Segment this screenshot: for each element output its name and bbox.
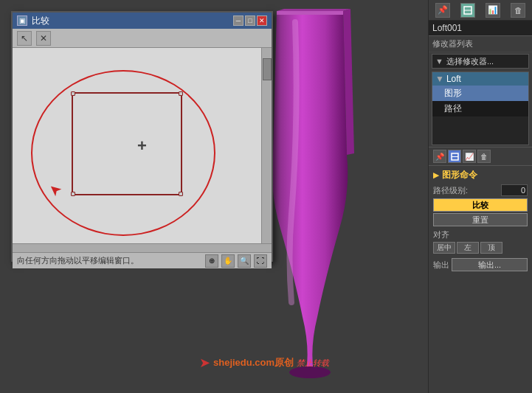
trash-icon-btn[interactable]: 🗑	[511, 3, 525, 18]
trash2-icon[interactable]: 🗑	[477, 150, 491, 163]
align-top-btn[interactable]: 顶	[480, 242, 502, 254]
corner-br	[179, 192, 183, 196]
modifier-shape-label: 图形	[444, 87, 462, 100]
canvas-scrollbar-vertical[interactable]	[261, 48, 272, 243]
align-buttons: 居中 左 顶	[433, 242, 528, 254]
pin-icon-btn[interactable]: 📌	[435, 3, 450, 18]
modifier-list-label: 修改器列表	[429, 36, 532, 52]
cursor-tool-button[interactable]: ↖	[17, 31, 32, 46]
compare-button[interactable]: 比较	[433, 198, 528, 212]
dialog-toolbar: ↖ ✕	[13, 29, 272, 48]
output-button[interactable]: 输出...	[452, 258, 528, 271]
dropdown-arrow: ▼	[435, 57, 443, 66]
align-section: 对齐 居中 左 顶	[433, 229, 528, 254]
zoom-extents-icon[interactable]: ⊕	[205, 254, 218, 268]
pan-icon[interactable]: ✋	[221, 254, 235, 268]
delete-tool-button[interactable]: ✕	[36, 31, 51, 46]
scrollbar-thumb-vertical[interactable]	[263, 58, 272, 80]
dialog-title-text: 比较	[32, 15, 49, 27]
maximize-icon[interactable]: ⛶	[254, 254, 267, 268]
watermark-arrow-icon: ➤	[199, 355, 210, 371]
modifier-tool-icons: 📌 📈 🗑	[429, 147, 532, 166]
watermark-copy: 禁止转载	[297, 358, 329, 369]
status-text: 向任何方向拖动以平移编辑窗口。	[17, 255, 199, 266]
corner-tl	[71, 91, 75, 96]
canvas-scrollbar-horizontal[interactable]	[13, 243, 272, 252]
close-button[interactable]: ✕	[257, 15, 267, 26]
dialog-statusbar: 向任何方向拖动以平移编辑窗口。 ⊕ ✋ 🔍 ⛶	[13, 252, 272, 268]
dialog-titlebar[interactable]: ▣ 比较 ─ □ ✕	[13, 13, 272, 29]
modifier-dropdown[interactable]: ▼ 选择修改器...	[432, 54, 529, 69]
dialog-title-left: ▣ 比较	[17, 15, 49, 27]
align-center-btn[interactable]: 居中	[433, 242, 455, 254]
modifier-list-box[interactable]: ▼ Loft 图形 路径	[432, 72, 529, 145]
zoom-icon[interactable]: 🔍	[238, 254, 251, 268]
output-section: 输出 输出...	[433, 258, 528, 271]
status-icons: ⊕ ✋ 🔍 ⛶	[205, 254, 267, 268]
modifier-loft-label: Loft	[446, 74, 461, 84]
svg-rect-1	[277, 11, 343, 15]
modifier-path-label: 路径	[444, 102, 462, 115]
pin2-icon[interactable]: 📌	[433, 150, 446, 163]
dialog-canvas[interactable]: + ➤	[13, 48, 272, 243]
path-level-row: 路径级别:	[433, 184, 528, 196]
corner-tr	[179, 91, 183, 96]
compare-dialog: ▣ 比较 ─ □ ✕ ↖ ✕ + ➤	[11, 11, 273, 262]
shape-commands-header: ▶ 图形命令	[433, 169, 528, 181]
watermark-container: ➤ shejiedu.com原创 禁止转载	[199, 355, 329, 371]
dialog-window-controls[interactable]: ─ □ ✕	[233, 15, 267, 26]
graph2-icon[interactable]: 📈	[463, 150, 476, 163]
right-panel: 📌 📊 🗑 Loft001 修改器列表 ▼ 选择修改器... ▼ Loft 图形…	[428, 0, 532, 393]
minimize-button[interactable]: ─	[233, 15, 243, 26]
object-name-field[interactable]: Loft001	[429, 21, 532, 36]
modifier-path-item[interactable]: 路径	[432, 101, 528, 116]
crosshair: +	[137, 136, 147, 156]
align-label: 对齐	[433, 229, 528, 240]
modifier-shape-item[interactable]: 图形	[432, 86, 528, 101]
modifier2-icon[interactable]	[448, 150, 461, 163]
modifier-loft-item[interactable]: ▼ Loft	[432, 72, 528, 86]
panel-top-toolbar: 📌 📊 🗑	[429, 0, 532, 21]
path-level-input[interactable]	[501, 184, 528, 196]
dialog-title-icon: ▣	[17, 15, 27, 26]
maximize-button[interactable]: □	[245, 15, 255, 26]
reset-button[interactable]: 重置	[433, 213, 528, 226]
modifier-dropdown-label: 选择修改器...	[446, 56, 494, 67]
square-shape	[72, 92, 182, 195]
modifier-icon-btn[interactable]	[460, 3, 475, 18]
graph-icon-btn[interactable]: 📊	[486, 3, 500, 18]
watermark-text: shejiedu.com原创	[213, 356, 294, 369]
expand-arrow-icon: ▼	[435, 74, 444, 84]
output-label: 输出	[433, 260, 449, 271]
align-left-btn[interactable]: 左	[457, 242, 479, 254]
section-triangle-icon: ▶	[433, 171, 439, 179]
shape-commands-section: ▶ 图形命令 路径级别: 比较 重置 对齐 居中 左 顶 输出 输出...	[429, 166, 532, 277]
path-level-label: 路径级别:	[433, 185, 499, 196]
shape-commands-label: 图形命令	[442, 169, 477, 181]
corner-bl	[71, 192, 75, 196]
output-row: 输出 输出...	[433, 258, 528, 271]
